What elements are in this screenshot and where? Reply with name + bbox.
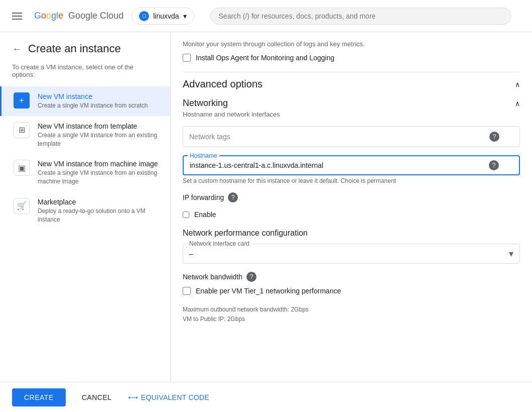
google-cloud-logo: Google Google Cloud [34,11,123,21]
bandwidth-public: VM to Public IP: 2Gbps [183,315,520,324]
ip-forwarding-row: IP forwarding ? [183,192,520,202]
page-title: Create an instance [28,42,121,55]
search-input[interactable] [210,8,511,25]
marketplace-icon: 🛒 [14,198,30,214]
back-button[interactable]: ← [12,43,22,55]
new-vm-template-title: New VM instance from template [38,122,158,130]
enable-forwarding-row: Enable [183,211,520,219]
network-tags-field-row: Network tags ? [183,126,520,147]
equivalent-code-label: EQUIVALENT CODE [141,393,209,401]
sidebar-item-new-vm-machine[interactable]: ▣ New VM instance from machine image Cre… [0,154,170,192]
ops-agent-checkbox[interactable] [183,54,191,62]
networking-chevron[interactable]: ∧ [515,99,520,108]
sidebar-header: ← Create an instance [0,32,170,63]
new-vm-icon: + [14,92,30,109]
ip-forwarding-help-icon[interactable]: ? [228,192,238,202]
network-perf-title: Network performance configuration [183,229,520,238]
sidebar-item-marketplace[interactable]: 🛒 Marketplace Deploy a ready-to-go solut… [0,192,170,230]
project-selector[interactable]: ⬡ linuxvda ▾ [131,8,194,25]
hamburger-menu[interactable] [8,9,26,24]
enable-forwarding-label: Enable [194,211,216,219]
networking-subtitle: Hostname and network interfaces [183,111,520,118]
network-tags-field[interactable]: Network tags ? [183,126,520,147]
marketplace-title: Marketplace [38,198,158,206]
ip-forwarding-label: IP forwarding [183,193,224,201]
hostname-field-row: Hostname ? Set a custom hostname for thi… [183,155,520,184]
networking-section-header: Networking ∧ [183,94,520,111]
network-interface-select[interactable]: Network interface card – ▾ [183,244,520,264]
ops-agent-checkbox-row: Install Ops Agent for Monitoring and Log… [183,54,520,62]
main-content: Monitor your system through collection o… [171,32,532,412]
advanced-options-section: Advanced options ∧ [183,72,520,94]
sidebar-item-new-vm-template[interactable]: ⊞ New VM instance from template Create a… [0,116,170,154]
equivalent-code-icon: ⟷ [128,393,138,401]
advanced-options-chevron[interactable]: ∧ [515,80,520,88]
network-interface-arrow: ▾ [509,248,513,259]
tier1-label: Enable per VM Tier_1 networking performa… [196,287,341,295]
sidebar: ← Create an instance To create a VM inst… [0,32,171,412]
hostname-field[interactable]: Hostname ? [183,155,520,175]
bandwidth-section: Network bandwidth ? Enable per VM Tier_1… [183,272,520,324]
ops-agent-checkbox-label: Install Ops Agent for Monitoring and Log… [196,54,334,62]
advanced-options-title: Advanced options [183,78,262,90]
header: Google Google Cloud ⬡ linuxvda ▾ [0,0,532,32]
new-vm-desc: Create a single VM instance from scratch [38,101,148,110]
page-body: ← Create an instance To create a VM inst… [0,32,532,412]
hostname-hint: Set a custom hostname for this instance … [183,177,520,184]
enable-forwarding-checkbox[interactable] [183,212,189,218]
new-vm-machine-icon: ▣ [14,160,30,176]
create-button[interactable]: CREATE [12,388,66,406]
hostname-label: Hostname [188,152,219,159]
network-interface-label: Network interface card [187,240,251,247]
new-vm-template-icon: ⊞ [14,122,30,138]
tier1-checkbox[interactable] [183,287,191,295]
equivalent-code-button[interactable]: ⟷ EQUIVALENT CODE [128,393,210,401]
bandwidth-title: Network bandwidth ? [183,272,520,282]
sidebar-subtitle: To create a VM instance, select one of t… [0,63,170,86]
network-tags-placeholder: Network tags [189,133,230,141]
ops-agent-desc: Monitor your system through collection o… [183,32,520,54]
networking-title: Networking [183,98,228,109]
footer: CREATE CANCEL ⟷ EQUIVALENT CODE [0,382,532,412]
tier1-checkbox-row: Enable per VM Tier_1 networking performa… [183,287,520,295]
network-interface-value: – [189,250,193,258]
new-vm-machine-title: New VM instance from machine image [38,160,158,168]
sidebar-item-new-vm[interactable]: + New VM instance Create a single VM ins… [0,86,170,116]
project-icon: ⬡ [139,11,149,21]
bandwidth-help-icon[interactable]: ? [246,272,256,282]
marketplace-desc: Deploy a ready-to-go solution onto a VM … [38,207,158,224]
bandwidth-outbound: Maximum outbound network bandwidth: 2Gbp… [183,305,520,315]
search-bar[interactable] [210,8,511,25]
project-dropdown-icon: ▾ [183,12,187,20]
hostname-input[interactable] [190,161,489,169]
new-vm-template-desc: Create a single VM instance from an exis… [38,131,158,148]
bandwidth-info: Maximum outbound network bandwidth: 2Gbp… [183,305,520,324]
hostname-help-icon[interactable]: ? [489,160,499,170]
new-vm-machine-desc: Create a single VM instance from an exis… [38,169,158,186]
new-vm-title: New VM instance [38,92,148,100]
network-tags-help-icon[interactable]: ? [489,132,499,142]
cancel-button[interactable]: CANCEL [70,388,124,406]
project-name: linuxvda [153,12,179,20]
